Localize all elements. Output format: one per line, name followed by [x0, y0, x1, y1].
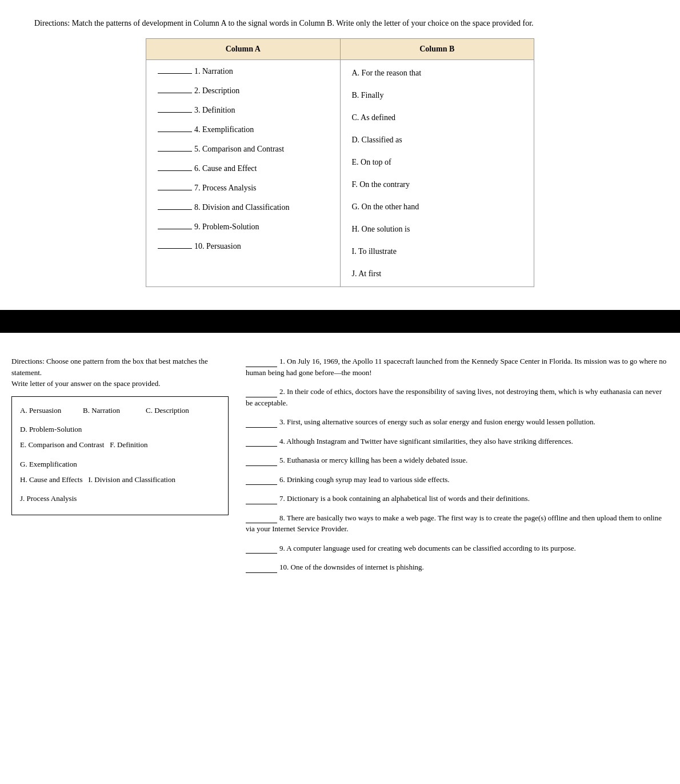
answer-blank: [158, 151, 192, 152]
list-item: D. Classified as: [352, 134, 523, 146]
option-item: B. Narration: [83, 404, 140, 417]
bottom-section: Directions: Choose one pattern from the …: [0, 344, 680, 598]
answer-blank: [158, 190, 192, 190]
statement-item: 2. In their code of ethics, doctors have…: [246, 386, 669, 408]
statement-item: 7. Dictionary is a book containing an al…: [246, 493, 669, 504]
black-divider: [0, 310, 680, 333]
directions2-text: Directions: Choose one pattern from the …: [11, 356, 229, 389]
list-item: 7. Process Analysis: [158, 184, 329, 193]
statement-blank: [246, 504, 277, 504]
options-row3: H. Cause and EffectsI. Division and Clas…: [20, 473, 220, 506]
statement-blank: [246, 553, 277, 554]
list-item: 5. Comparison and Contrast: [158, 145, 329, 154]
answer-blank: [158, 73, 192, 74]
option-item: A. Persuasion: [20, 404, 77, 417]
match-table: Column A Column B 1. Narration2. Descrip…: [146, 38, 534, 287]
list-item: E. On top of: [352, 156, 523, 168]
list-item: 6. Cause and Effect: [158, 164, 329, 173]
column-a-header: Column A: [146, 39, 341, 60]
option-item: H. Cause and Effects: [20, 473, 83, 486]
option-item: I. Division and Classification: [89, 473, 175, 486]
option-item: G. Exemplification: [20, 457, 77, 471]
column-b-header: Column B: [340, 39, 534, 60]
option-item: C. Description: [146, 404, 203, 417]
list-item: 9. Problem-Solution: [158, 222, 329, 232]
statement-item: 1. On July 16, 1969, the Apollo 11 space…: [246, 356, 669, 378]
directions1-text: Directions: Match the patterns of develo…: [34, 17, 646, 29]
column-b-items: A. For the reason thatB. FinallyC. As de…: [340, 60, 534, 287]
statement-blank: [246, 397, 277, 397]
options-row2: E. Comparison and ContrastF. DefinitionG…: [20, 438, 220, 471]
statement-item: 10. One of the downsides of internet is …: [246, 562, 669, 573]
statement-blank: [246, 572, 277, 573]
answer-blank: [158, 112, 192, 113]
list-item: 3. Definition: [158, 106, 329, 115]
statement-item: 3. First, using alternative sources of e…: [246, 416, 669, 428]
statements-section: 1. On July 16, 1969, the Apollo 11 space…: [246, 356, 669, 581]
list-item: G. On the other hand: [352, 201, 523, 213]
answer-blank: [158, 132, 192, 132]
statement-item: 4. Although Instagram and Twitter have s…: [246, 436, 669, 447]
answer-blank: [158, 229, 192, 229]
answer-blank: [158, 209, 192, 210]
statement-blank: [246, 484, 277, 485]
options-box: A. PersuasionB. NarrationC. DescriptionD…: [11, 396, 229, 515]
statement-blank: [246, 427, 277, 428]
statement-blank: [246, 465, 277, 466]
list-item: A. For the reason that: [352, 67, 523, 79]
list-item: C. As defined: [352, 112, 523, 124]
statement-item: 9. A computer language used for creating…: [246, 543, 669, 554]
option-item: D. Problem-Solution: [20, 423, 82, 436]
option-item: E. Comparison and Contrast: [20, 438, 104, 451]
statement-item: 8. There are basically two ways to make …: [246, 512, 669, 535]
list-item: F. On the contrary: [352, 178, 523, 190]
statement-blank: [246, 523, 277, 523]
answer-blank: [158, 93, 192, 93]
list-item: 4. Exemplification: [158, 125, 329, 134]
statement-blank: [246, 367, 277, 367]
list-item: 8. Division and Classification: [158, 203, 329, 212]
list-item: B. Finally: [352, 89, 523, 101]
list-item: 10. Persuasion: [158, 242, 329, 251]
answer-blank: [158, 248, 192, 249]
list-item: J. At first: [352, 268, 523, 280]
list-item: H. One solution is: [352, 223, 523, 235]
left-panel: Directions: Choose one pattern from the …: [11, 356, 229, 581]
answer-blank: [158, 170, 192, 171]
option-item: F. Definition: [110, 438, 167, 451]
options-row1: A. PersuasionB. NarrationC. DescriptionD…: [20, 404, 220, 436]
statement-item: 6. Drinking cough syrup may lead to vari…: [246, 474, 669, 485]
list-item: I. To illustrate: [352, 245, 523, 257]
list-item: 1. Narration: [158, 67, 329, 76]
list-item: 2. Description: [158, 86, 329, 95]
statement-blank: [246, 446, 277, 447]
top-section: Directions: Match the patterns of develo…: [0, 0, 680, 299]
column-a-items: 1. Narration2. Description3. Definition4…: [146, 60, 341, 287]
option-item: J. Process Analysis: [20, 492, 77, 505]
statement-item: 5. Euthanasia or mercy killing has been …: [246, 455, 669, 466]
